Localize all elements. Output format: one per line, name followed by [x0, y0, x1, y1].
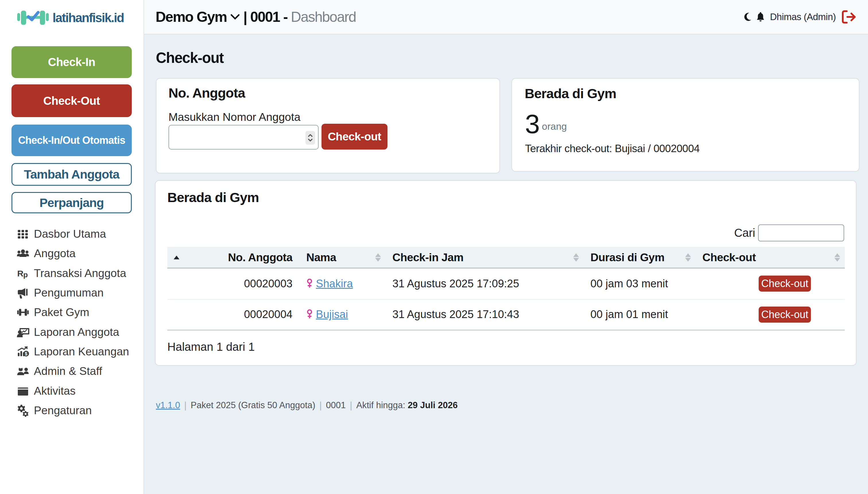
- svg-text:R: R: [17, 269, 23, 278]
- svg-text:p: p: [23, 270, 28, 279]
- svg-text:$: $: [25, 352, 27, 356]
